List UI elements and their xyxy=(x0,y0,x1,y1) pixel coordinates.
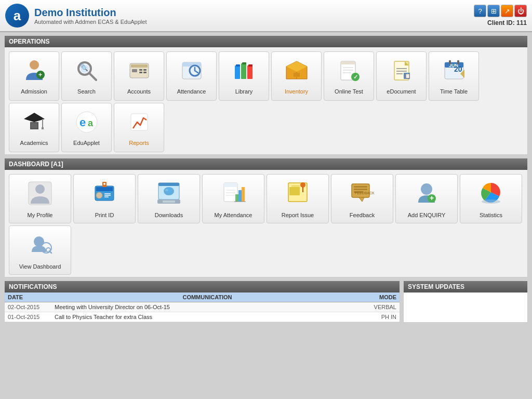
ops-item-timetable[interactable]: JUN 20 Time Table xyxy=(429,51,479,101)
system-updates-header: SYSTEM UPDATES xyxy=(404,281,527,292)
ops-item-attendance[interactable]: Attendance xyxy=(166,51,217,101)
dash-item-printid[interactable]: Print ID xyxy=(73,174,136,223)
dash-item-myattendance[interactable]: My Attendance xyxy=(202,174,264,223)
reportissue-icon xyxy=(284,180,311,210)
col-mode: MODE xyxy=(363,292,400,302)
svg-rect-22 xyxy=(241,63,246,79)
svg-rect-31 xyxy=(341,61,355,64)
col-communication: COMMUNICATION xyxy=(51,292,363,302)
myprofile-icon xyxy=(26,180,54,210)
printid-icon xyxy=(91,180,118,210)
help-button[interactable]: ? xyxy=(474,5,486,17)
statistics-icon xyxy=(477,180,504,210)
svg-rect-78 xyxy=(163,201,175,203)
header-right: ? ⊞ ↗ ⏻ Client ID: 111 xyxy=(474,5,527,26)
notifications-panel: NOTIFICATIONS DATE COMMUNICATION MODE 02… xyxy=(4,281,400,323)
svg-point-63 xyxy=(35,184,45,194)
myprofile-label: My Profile xyxy=(28,212,53,218)
col-date: DATE xyxy=(5,292,51,302)
ops-item-onlinetest[interactable]: ✓ Online Test xyxy=(324,51,374,101)
svg-point-106 xyxy=(34,236,44,247)
search-icon: 🔍 xyxy=(74,58,99,86)
operations-grid: + Admission 🔍 Search xyxy=(5,47,527,154)
svg-rect-95 xyxy=(352,184,369,197)
svg-text:✓: ✓ xyxy=(353,74,358,80)
svg-rect-73 xyxy=(158,183,179,186)
viewdashboard-icon xyxy=(26,231,54,261)
notif-comm-2: Call to Physics Teacher for extra Class xyxy=(51,312,363,322)
svg-rect-23 xyxy=(242,62,246,64)
svg-text:+: + xyxy=(430,194,434,202)
svg-point-93 xyxy=(300,182,305,188)
svg-rect-21 xyxy=(236,64,240,66)
svg-rect-10 xyxy=(132,69,137,72)
svg-rect-29 xyxy=(294,73,300,77)
svg-rect-12 xyxy=(139,72,142,73)
export-button[interactable]: ↗ xyxy=(501,5,513,17)
dash-item-myprofile[interactable]: My Profile xyxy=(9,174,71,223)
svg-rect-84 xyxy=(235,194,238,202)
ops-item-eduapplet[interactable]: e a EduApplet xyxy=(61,103,112,152)
dash-item-feedback[interactable]: FEEDBACK Feedback xyxy=(331,174,393,223)
svg-rect-11 xyxy=(139,69,142,71)
viewdashboard-label: View Dashboard xyxy=(19,263,61,270)
search-label: Search xyxy=(77,88,96,95)
onlinetest-icon: ✓ xyxy=(337,58,362,86)
ops-item-edocument[interactable]: 📋 eDocument xyxy=(376,51,427,101)
edocument-icon: 📋 xyxy=(389,58,414,86)
dashboard-header: DASHBOARD [A1] xyxy=(5,158,527,170)
myattendance-label: My Attendance xyxy=(215,212,252,218)
notif-date-1: 02-Oct-2015 xyxy=(5,302,51,312)
grid-button[interactable]: ⊞ xyxy=(487,5,500,17)
svg-rect-39 xyxy=(405,61,409,65)
printid-label: Print ID xyxy=(95,212,114,218)
dash-item-viewdashboard[interactable]: View Dashboard xyxy=(9,225,71,275)
accounts-label: Accounts xyxy=(127,88,151,95)
timetable-icon: JUN 20 xyxy=(442,58,467,86)
ops-item-accounts[interactable]: Accounts xyxy=(114,51,164,101)
main-content: OPERATIONS + Admission xyxy=(0,32,532,326)
svg-rect-85 xyxy=(238,190,242,202)
dashboard-grid: My Profile Print ID xyxy=(5,170,527,277)
svg-rect-57 xyxy=(42,127,44,129)
accounts-icon xyxy=(127,58,152,86)
dash-item-reportissue[interactable]: Report Issue xyxy=(267,174,329,223)
svg-point-0 xyxy=(30,60,39,70)
svg-rect-80 xyxy=(224,183,237,187)
svg-text:+: + xyxy=(38,71,42,78)
dashboard-panel: DASHBOARD [A1] My Profile xyxy=(4,158,528,277)
notif-mode-1: VERBAL xyxy=(363,302,400,312)
svg-rect-65 xyxy=(96,187,113,191)
table-row: 01-Oct-2015 Call to Physics Teacher for … xyxy=(5,312,400,322)
myattendance-icon xyxy=(220,180,247,210)
ops-item-academics[interactable]: Academics xyxy=(9,103,59,152)
svg-rect-25 xyxy=(248,64,252,66)
admission-label: Admission xyxy=(21,88,47,95)
dash-item-downloads[interactable]: Downloads xyxy=(138,174,200,223)
ops-item-inventory[interactable]: Inventory xyxy=(271,51,322,101)
operations-panel: OPERATIONS + Admission xyxy=(4,35,528,155)
ops-item-search[interactable]: 🔍 Search xyxy=(61,51,112,101)
svg-rect-9 xyxy=(131,64,148,68)
ops-item-reports[interactable]: Reports xyxy=(114,103,164,152)
svg-point-71 xyxy=(103,183,105,185)
notif-mode-2: PH IN xyxy=(363,312,400,322)
attendance-label: Attendance xyxy=(177,88,206,95)
onlinetest-label: Online Test xyxy=(335,88,363,95)
eduapplet-icon: e a xyxy=(74,110,99,138)
power-button[interactable]: ⏻ xyxy=(514,5,527,17)
svg-rect-13 xyxy=(143,69,147,71)
app-title-block: Demo Institution Automated with Addmen E… xyxy=(34,7,474,25)
ops-item-library[interactable]: Library xyxy=(219,51,269,101)
timetable-label: Time Table xyxy=(440,88,468,95)
ops-item-admission[interactable]: + Admission xyxy=(9,51,59,101)
addenquiry-icon: + xyxy=(413,180,440,210)
dash-item-statistics[interactable]: Statistics xyxy=(460,174,522,223)
svg-point-101 xyxy=(421,183,432,195)
header: a Demo Institution Automated with Addmen… xyxy=(0,0,532,32)
dash-item-addenquiry[interactable]: + Add ENQUIRY xyxy=(395,174,458,223)
addenquiry-label: Add ENQUIRY xyxy=(408,212,446,218)
svg-line-109 xyxy=(49,251,51,253)
svg-marker-100 xyxy=(359,197,364,202)
app-logo: a xyxy=(5,4,29,28)
